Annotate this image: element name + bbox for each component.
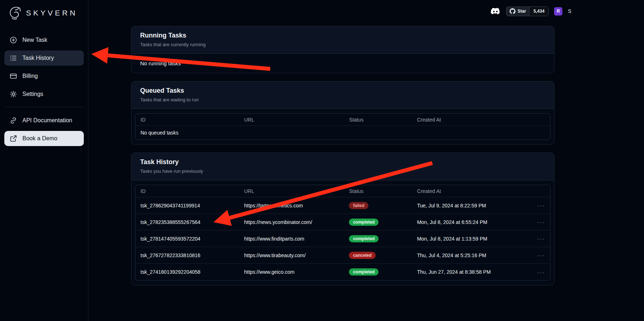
running-tasks-empty-state: No running tasks <box>131 54 554 73</box>
row-menu-button[interactable]: ··· <box>537 219 545 225</box>
queued-tasks-table: ID URL Status Created At No queued tasks <box>135 113 550 140</box>
task-actions-cell: ··· <box>520 236 550 242</box>
card-subtitle: Tasks you have run previously <box>140 168 545 174</box>
task-id-cell: tsk_276727822333810816 <box>135 252 239 258</box>
sidebar-item-task-history[interactable]: Task History <box>4 50 84 66</box>
github-star-label: Star <box>518 9 526 14</box>
row-menu-button[interactable]: ··· <box>537 252 545 258</box>
queued-tasks-header: Queued Tasks Tasks that are waiting to r… <box>131 82 554 109</box>
column-header-created-at: Created At <box>412 188 520 194</box>
column-header-status: Status <box>344 188 412 194</box>
task-actions-cell: ··· <box>520 252 550 258</box>
sidebar-item-settings[interactable]: Settings <box>4 87 84 102</box>
sidebar-item-new-task[interactable]: New Task <box>4 32 84 48</box>
task-created-at-cell: Tue, Jul 9, 2024 at 8:22:59 PM <box>412 203 520 208</box>
external-link-icon <box>9 135 17 142</box>
queued-tasks-empty-state: No queued tasks <box>135 130 183 136</box>
discord-icon[interactable] <box>490 7 501 15</box>
task-created-at-cell: Thu, Jul 4, 2024 at 5:25:16 PM <box>412 252 520 258</box>
sidebar-item-label: Book a Demo <box>22 135 57 142</box>
sidebar-item-api-documentation[interactable]: API Documentation <box>4 113 84 128</box>
table-row[interactable]: tsk_278147405593572204 https://www.findi… <box>135 230 550 247</box>
task-history-body: ID URL Status Created At tsk_27862904374… <box>131 180 554 285</box>
brand-name: SKYVERN <box>26 9 77 17</box>
sidebar-item-label: Billing <box>22 73 38 79</box>
task-actions-cell: ··· <box>520 269 550 275</box>
status-badge: completed <box>349 235 379 242</box>
card-subtitle: Tasks that are waiting to run <box>140 97 545 102</box>
task-url-cell: https://tartecosmetics.com <box>239 203 344 208</box>
task-history-card: Task History Tasks you have run previous… <box>131 153 554 285</box>
running-tasks-header: Running Tasks Tasks that are currently r… <box>131 26 554 54</box>
task-id-cell: tsk_278235388555267564 <box>135 219 239 225</box>
task-history-header: Task History Tasks you have run previous… <box>131 153 554 180</box>
table-row[interactable]: tsk_276727822333810816 https://www.tirab… <box>135 247 550 264</box>
task-id-cell: tsk_274180139292204058 <box>135 269 239 275</box>
sidebar-item-label: API Documentation <box>22 117 72 124</box>
sidebar-item-billing[interactable]: Billing <box>4 69 84 84</box>
github-star-count: 5,434 <box>529 7 548 16</box>
card-title: Task History <box>140 158 545 166</box>
task-id-cell: tsk_278629043741199914 <box>135 203 239 208</box>
status-badge: completed <box>349 268 379 276</box>
task-status-cell: completed <box>344 219 412 226</box>
gear-icon <box>9 90 17 98</box>
task-actions-cell: ··· <box>520 219 550 225</box>
status-badge: canceled <box>349 252 375 259</box>
task-status-cell: completed <box>344 235 412 242</box>
main-content: Running Tasks Tasks that are currently r… <box>131 26 554 285</box>
queued-tasks-card: Queued Tasks Tasks that are waiting to r… <box>131 81 554 145</box>
column-header-created-at: Created At <box>412 117 520 123</box>
task-url-cell: https://news.ycombinator.com/ <box>239 219 344 225</box>
skyvern-dragon-icon <box>7 5 23 21</box>
running-tasks-card: Running Tasks Tasks that are currently r… <box>131 26 554 73</box>
queued-tasks-empty-row: No queued tasks <box>135 126 550 140</box>
task-url-cell: https://www.geico.com <box>239 269 344 275</box>
table-row[interactable]: tsk_274180139292204058 https://www.geico… <box>135 264 550 280</box>
task-status-cell: completed <box>344 268 412 276</box>
table-header-row: ID URL Status Created At <box>135 185 550 197</box>
task-status-cell: canceled <box>344 252 412 259</box>
row-menu-button[interactable]: ··· <box>537 202 545 208</box>
status-badge: completed <box>349 219 379 226</box>
task-history-table: ID URL Status Created At tsk_27862904374… <box>135 185 550 281</box>
credit-card-icon <box>9 72 17 80</box>
sidebar-divider <box>5 107 83 107</box>
row-menu-button[interactable]: ··· <box>537 269 545 275</box>
table-header-row: ID URL Status Created At <box>135 114 550 126</box>
sidebar-item-label: Settings <box>22 91 43 97</box>
column-header-url: URL <box>239 188 344 194</box>
task-status-cell: failed <box>344 202 412 209</box>
card-subtitle: Tasks that are currently running <box>140 42 545 47</box>
task-actions-cell: ··· <box>520 202 550 208</box>
username-partial: S <box>568 8 571 14</box>
brand-logo: SKYVERN <box>4 4 84 22</box>
avatar[interactable]: R <box>554 7 562 16</box>
task-history-rows: tsk_278629043741199914 https://tartecosm… <box>135 197 550 280</box>
table-row[interactable]: tsk_278629043741199914 https://tartecosm… <box>135 197 550 214</box>
link-icon <box>9 116 17 124</box>
github-star-button[interactable]: Star 5,434 <box>506 6 549 16</box>
status-badge: failed <box>349 202 368 209</box>
sidebar: SKYVERN New Task Task History Billing <box>0 0 88 321</box>
column-header-id: ID <box>135 188 239 194</box>
task-url-cell: https://www.tirabeauty.com/ <box>239 252 344 258</box>
sidebar-item-book-a-demo[interactable]: Book a Demo <box>4 131 84 146</box>
row-menu-button[interactable]: ··· <box>537 236 545 242</box>
card-title: Queued Tasks <box>140 87 545 94</box>
task-created-at-cell: Mon, Jul 8, 2024 at 6:55:24 PM <box>412 219 520 225</box>
sidebar-item-label: Task History <box>22 55 54 61</box>
table-row[interactable]: tsk_278235388555267564 https://news.ycom… <box>135 214 550 230</box>
column-header-id: ID <box>135 117 239 123</box>
task-url-cell: https://www.finditparts.com <box>239 236 344 242</box>
queued-tasks-body: ID URL Status Created At No queued tasks <box>131 109 554 144</box>
github-icon <box>510 8 515 14</box>
card-title: Running Tasks <box>140 32 545 39</box>
task-id-cell: tsk_278147405593572204 <box>135 236 239 242</box>
topbar: Star 5,434 R S <box>490 5 644 17</box>
sidebar-item-label: New Task <box>22 37 47 43</box>
task-created-at-cell: Mon, Jul 8, 2024 at 1:13:59 PM <box>412 236 520 242</box>
column-header-status: Status <box>344 117 412 123</box>
task-created-at-cell: Thu, Jun 27, 2024 at 8:38:58 PM <box>412 269 520 275</box>
column-header-url: URL <box>239 117 344 123</box>
